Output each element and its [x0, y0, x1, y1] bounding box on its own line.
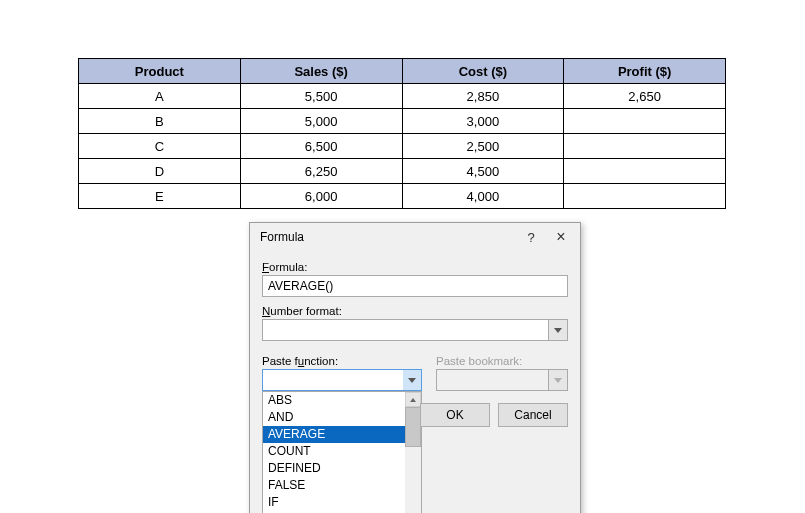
cell-profit[interactable]	[564, 134, 726, 159]
chevron-down-icon	[554, 378, 562, 383]
cell-product[interactable]: B	[79, 109, 241, 134]
number-format-combo[interactable]	[262, 319, 568, 341]
cell-profit[interactable]	[564, 184, 726, 209]
cell-sales[interactable]: 5,000	[240, 109, 402, 134]
paste-function-label: Paste function:	[262, 355, 422, 367]
chevron-down-icon	[554, 328, 562, 333]
cell-profit[interactable]	[564, 159, 726, 184]
close-button[interactable]: ×	[546, 230, 576, 244]
function-option[interactable]: FALSE	[263, 477, 405, 494]
cell-sales[interactable]: 6,250	[240, 159, 402, 184]
paste-function-field[interactable]	[263, 370, 403, 390]
dialog-body: Formula: Number format: Paste function: …	[250, 251, 580, 513]
paste-bookmark-dropdown-button	[548, 369, 568, 391]
cell-product[interactable]: E	[79, 184, 241, 209]
formula-dialog: Formula ? × Formula: Number format: Past…	[249, 222, 581, 513]
paste-function-combo[interactable]	[262, 369, 422, 391]
paste-bookmark-field	[436, 369, 548, 391]
col-header-profit: Profit ($)	[564, 59, 726, 84]
table-row: E6,0004,000	[79, 184, 726, 209]
table-row: C6,5002,500	[79, 134, 726, 159]
dialog-titlebar[interactable]: Formula ? ×	[250, 223, 580, 251]
cell-cost[interactable]: 4,000	[402, 184, 564, 209]
col-header-cost: Cost ($)	[402, 59, 564, 84]
function-option[interactable]: IF	[263, 494, 405, 511]
cell-sales[interactable]: 6,500	[240, 134, 402, 159]
scroll-up-button[interactable]	[405, 392, 421, 407]
data-table-region: Product Sales ($) Cost ($) Profit ($) A5…	[78, 58, 726, 209]
paste-function-dropdown-button[interactable]	[403, 370, 421, 390]
number-format-field[interactable]	[262, 319, 548, 341]
cell-cost[interactable]: 2,850	[402, 84, 564, 109]
cell-sales[interactable]: 6,000	[240, 184, 402, 209]
cell-product[interactable]: A	[79, 84, 241, 109]
paste-bookmark-label: Paste bookmark:	[436, 355, 568, 367]
dialog-title: Formula	[260, 230, 516, 244]
table-header-row: Product Sales ($) Cost ($) Profit ($)	[79, 59, 726, 84]
col-header-product: Product	[79, 59, 241, 84]
function-option[interactable]: COUNT	[263, 443, 405, 460]
function-option[interactable]: AVERAGE	[263, 426, 405, 443]
cell-cost[interactable]: 3,000	[402, 109, 564, 134]
cell-cost[interactable]: 2,500	[402, 134, 564, 159]
cell-sales[interactable]: 5,500	[240, 84, 402, 109]
scroll-thumb[interactable]	[405, 407, 421, 447]
cell-product[interactable]: C	[79, 134, 241, 159]
number-format-label: Number format:	[262, 305, 568, 317]
formula-input[interactable]	[262, 275, 568, 297]
paste-function-dropdown-list: ABSANDAVERAGECOUNTDEFINEDFALSEIFINT	[262, 391, 422, 513]
table-row: D6,2504,500	[79, 159, 726, 184]
chevron-up-icon	[410, 398, 416, 402]
function-option[interactable]: DEFINED	[263, 460, 405, 477]
col-header-sales: Sales ($)	[240, 59, 402, 84]
function-option[interactable]: AND	[263, 409, 405, 426]
table-row: B5,0003,000	[79, 109, 726, 134]
function-option[interactable]: ABS	[263, 392, 405, 409]
dialog-button-row: OK Cancel	[420, 403, 568, 427]
table-row: A5,5002,8502,650	[79, 84, 726, 109]
product-table: Product Sales ($) Cost ($) Profit ($) A5…	[78, 58, 726, 209]
cancel-button[interactable]: Cancel	[498, 403, 568, 427]
chevron-down-icon	[408, 378, 416, 383]
cell-profit[interactable]: 2,650	[564, 84, 726, 109]
cell-profit[interactable]	[564, 109, 726, 134]
dropdown-scrollbar[interactable]	[405, 392, 421, 513]
formula-label: Formula:	[262, 261, 568, 273]
help-button[interactable]: ?	[516, 230, 546, 245]
cell-cost[interactable]: 4,500	[402, 159, 564, 184]
number-format-dropdown-button[interactable]	[548, 319, 568, 341]
paste-bookmark-combo	[436, 369, 568, 391]
cell-product[interactable]: D	[79, 159, 241, 184]
ok-button[interactable]: OK	[420, 403, 490, 427]
